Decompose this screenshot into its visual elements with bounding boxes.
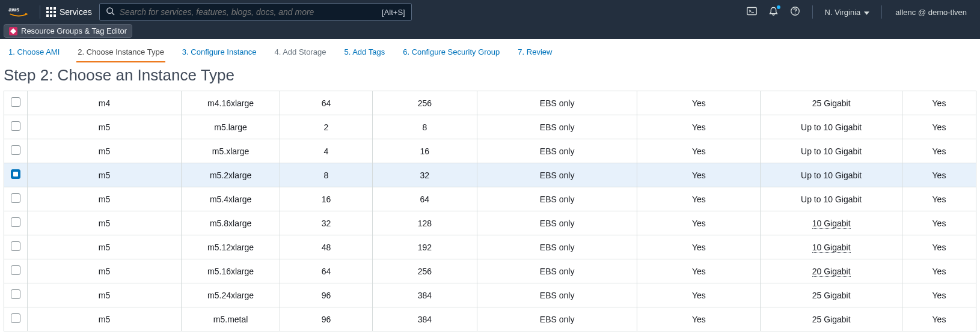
cell-ipv6: Yes: [902, 307, 976, 331]
cell-storage: EBS only: [477, 283, 637, 307]
search-shortcut: [Alt+S]: [382, 8, 405, 17]
row-checkbox-cell: [4, 115, 28, 139]
cell-network: Up to 10 Gigabit: [761, 163, 902, 187]
cell-type: m5.16xlarge: [182, 259, 280, 283]
wizard-step-2[interactable]: 2. Choose Instance Type: [76, 44, 165, 62]
cell-storage: EBS only: [477, 211, 637, 235]
cell-ebs-optimized: Yes: [637, 307, 761, 331]
cell-memory: 192: [372, 235, 477, 259]
cell-type: m4.16xlarge: [182, 91, 280, 115]
wizard-step-6[interactable]: 6. Configure Security Group: [402, 44, 501, 62]
cell-ipv6: Yes: [902, 91, 976, 115]
help-button[interactable]: [785, 0, 806, 24]
row-checkbox[interactable]: [11, 289, 20, 299]
nav-divider: [40, 5, 40, 19]
row-checkbox[interactable]: [11, 217, 20, 227]
cell-memory: 384: [372, 283, 477, 307]
network-perf-tooltip[interactable]: 20 Gigabit: [812, 267, 851, 277]
table-row[interactable]: m5m5.24xlarge96384EBS onlyYes25 GigabitY…: [4, 283, 976, 307]
global-search[interactable]: [Alt+S]: [99, 3, 412, 21]
region-selector[interactable]: N. Virginia: [819, 0, 876, 24]
help-icon: [790, 6, 800, 18]
cell-vcpus: 96: [280, 307, 373, 331]
table-row[interactable]: m5m5.xlarge416EBS onlyYesUp to 10 Gigabi…: [4, 139, 976, 163]
network-perf-tooltip[interactable]: 10 Gigabit: [812, 243, 851, 253]
row-checkbox[interactable]: [11, 169, 20, 179]
caret-down-icon: [864, 8, 869, 17]
svg-rect-3: [54, 7, 56, 10]
table-row[interactable]: m4m4.16xlarge64256EBS onlyYes25 GigabitY…: [4, 91, 976, 115]
cell-ebs-optimized: Yes: [637, 211, 761, 235]
cell-ebs-optimized: Yes: [637, 283, 761, 307]
cell-vcpus: 8: [280, 163, 373, 187]
cloudshell-icon: [747, 6, 757, 18]
cell-storage: EBS only: [477, 187, 637, 211]
cell-network: 10 Gigabit: [761, 211, 902, 235]
top-nav: aws Services [Alt+S]: [0, 0, 980, 24]
table-row[interactable]: m5m5.12xlarge48192EBS onlyYes10 GigabitY…: [4, 235, 976, 259]
user-label: allenc @ demo-tlven: [895, 8, 967, 17]
cell-network: 10 Gigabit: [761, 235, 902, 259]
row-checkbox-cell: [4, 283, 28, 307]
table-row[interactable]: m5m5.8xlarge32128EBS onlyYes10 GigabitYe…: [4, 211, 976, 235]
cell-type: m5.2xlarge: [182, 163, 280, 187]
cell-family: m5: [27, 259, 181, 283]
table-row[interactable]: m5m5.large28EBS onlyYesUp to 10 GigabitY…: [4, 115, 976, 139]
cell-type: m5.12xlarge: [182, 235, 280, 259]
cell-memory: 256: [372, 259, 477, 283]
row-checkbox-cell: [4, 307, 28, 331]
cell-type: m5.xlarge: [182, 139, 280, 163]
wizard-step-3[interactable]: 3. Configure Instance: [181, 44, 258, 62]
row-checkbox[interactable]: [11, 145, 20, 155]
cell-family: m5: [27, 283, 181, 307]
cell-network: Up to 10 Gigabit: [761, 187, 902, 211]
table-row[interactable]: m5m5.metal96384EBS onlyYes25 GigabitYes: [4, 307, 976, 331]
svg-line-11: [112, 13, 114, 15]
cell-vcpus: 48: [280, 235, 373, 259]
cell-ebs-optimized: Yes: [637, 91, 761, 115]
table-row[interactable]: m5m5.4xlarge1664EBS onlyYesUp to 10 Giga…: [4, 187, 976, 211]
cell-vcpus: 4: [280, 139, 373, 163]
cell-memory: 32: [372, 163, 477, 187]
row-checkbox[interactable]: [11, 193, 20, 203]
sub-nav: Resource Groups & Tag Editor: [0, 24, 980, 39]
region-label: N. Virginia: [825, 8, 861, 17]
cell-storage: EBS only: [477, 91, 637, 115]
notifications-button[interactable]: [763, 0, 785, 24]
search-input[interactable]: [120, 7, 376, 17]
svg-rect-6: [54, 11, 56, 13]
services-menu[interactable]: Services: [46, 7, 92, 17]
table-row[interactable]: m5m5.16xlarge64256EBS onlyYes20 GigabitY…: [4, 259, 976, 283]
cell-network: 25 Gigabit: [761, 283, 902, 307]
instance-type-table: m4m4.16xlarge64256EBS onlyYes25 GigabitY…: [4, 91, 976, 331]
row-checkbox[interactable]: [11, 121, 20, 131]
row-checkbox[interactable]: [11, 97, 20, 107]
cell-ipv6: Yes: [902, 115, 976, 139]
row-checkbox[interactable]: [11, 241, 20, 251]
page-title: Step 2: Choose an Instance Type: [0, 62, 980, 91]
row-checkbox-cell: [4, 187, 28, 211]
resource-groups-chip[interactable]: Resource Groups & Tag Editor: [4, 24, 132, 38]
network-perf-tooltip[interactable]: 10 Gigabit: [812, 219, 851, 229]
account-menu[interactable]: allenc @ demo-tlven: [888, 0, 974, 24]
search-icon: [106, 7, 115, 17]
wizard-step-4: 4. Add Storage: [273, 44, 327, 62]
cloudshell-button[interactable]: [741, 0, 763, 24]
row-checkbox[interactable]: [11, 265, 20, 275]
aws-logo[interactable]: aws: [8, 6, 29, 18]
cell-vcpus: 32: [280, 211, 373, 235]
cell-vcpus: 16: [280, 187, 373, 211]
table-row[interactable]: m5m5.2xlarge832EBS onlyYesUp to 10 Gigab…: [4, 163, 976, 187]
cell-memory: 8: [372, 115, 477, 139]
cell-family: m5: [27, 115, 181, 139]
cell-vcpus: 96: [280, 283, 373, 307]
wizard-step-5[interactable]: 5. Add Tags: [343, 44, 386, 62]
cell-type: m5.4xlarge: [182, 187, 280, 211]
cell-family: m5: [27, 163, 181, 187]
cell-ipv6: Yes: [902, 283, 976, 307]
cell-family: m5: [27, 235, 181, 259]
wizard-step-7[interactable]: 7. Review: [516, 44, 553, 62]
row-checkbox[interactable]: [11, 313, 20, 323]
row-checkbox-cell: [4, 91, 28, 115]
wizard-step-1[interactable]: 1. Choose AMI: [7, 44, 61, 62]
